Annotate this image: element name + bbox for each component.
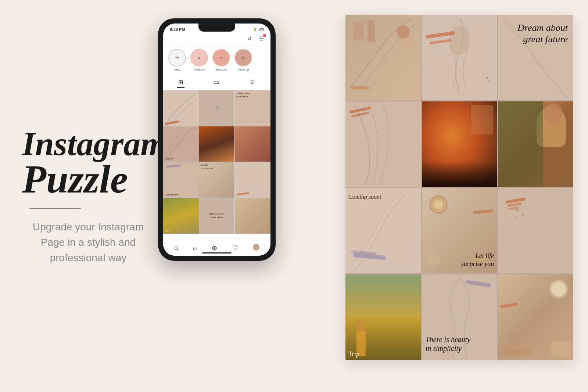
nav-search-icon[interactable]: ⌕ [193,244,197,252]
story-label-products: Products [193,68,205,71]
story-label-makeup: Make-up [237,68,249,71]
phone-mockup: 9:38 PM 🔋 100 ↺ ☰ 1 + New [158,18,276,261]
puzzle-cell-r2c3 [498,101,573,187]
home-indicator [202,252,232,253]
left-section: Instagram Puzzle Upgrade your Instagram … [22,126,154,266]
status-time: 9:38 PM [170,27,185,32]
nav-home-icon[interactable]: ⌂ [174,244,178,252]
title-divider [29,208,81,209]
history-icon[interactable]: ↺ [245,35,254,43]
puzzle-cell-r1c3: Dream aboutgreat future [498,15,573,100]
post-cell-6 [235,126,270,162]
svg-point-4 [521,214,524,217]
puzzle-cell-r2c1 [345,101,421,187]
puzzle-cell-r3c2: Let lifesurprise you [422,188,497,274]
profile-tabs: ⊞ ▭ ☺ [163,75,270,90]
phone-notch [198,24,235,32]
puzzle-cell-r4c1: Trip [345,274,421,360]
post-cell-11: There is beautyin simplicity [199,198,235,234]
stories-row: + New ✿ Products ✂ Haircuts ⊞ Make-up [163,45,270,75]
puzzle-cell-r1c2 [422,15,497,100]
battery-icon: 🔋 [253,28,257,31]
story-circle-new: + [168,49,186,66]
battery-level: 100 [258,28,264,31]
story-new[interactable]: + New [168,49,186,71]
phone-screen: 9:38 PM 🔋 100 ↺ ☰ 1 + New [163,24,270,256]
post-cell-10: Trip [163,198,199,234]
tab-feed[interactable]: ▭ [212,77,220,88]
puzzle-cell-r3c1: Coming soon! [345,188,421,274]
menu-icon[interactable]: ☰ 1 [257,35,265,43]
svg-point-5 [514,215,517,217]
puzzle-grid: Dream aboutgreat future Coming soon! [345,15,573,360]
story-haircuts[interactable]: ✂ Haircuts [212,49,230,71]
story-circle-haircuts: ✂ [212,49,230,66]
post-cell-3: Dream aboutgreat future [235,90,270,126]
ig-header: ↺ ☰ 1 [163,33,270,45]
phone-frame: 9:38 PM 🔋 100 ↺ ☰ 1 + New [158,18,276,261]
puzzle-cell-r4c2: There is beautyin simplicity [422,274,497,360]
title-puzzle: Puzzle [22,160,154,198]
notification-badge: 1 [263,34,266,37]
story-makeup[interactable]: ⊞ Make-up [234,49,252,71]
post-cell-8: Let lifesurprise you [199,162,235,198]
story-circle-products: ✿ [190,49,208,66]
post-cell-5 [199,126,235,162]
post-cell-4: Love it [163,126,199,162]
nav-add-icon[interactable]: ⊕ [212,244,217,252]
post-cell-9 [235,162,270,198]
post-cell-7: Coming soon! [163,162,199,198]
puzzle-cell-r1c1 [345,15,421,100]
nav-profile-icon[interactable] [253,244,259,251]
post-cell-1 [163,90,199,126]
puzzle-cell-r3c3 [498,188,573,274]
posts-grid: Dream aboutgreat future Love it Coming s… [163,90,270,234]
story-products[interactable]: ✿ Products [190,49,208,71]
puzzle-cell-r2c2 [422,101,497,187]
story-label-new: New [174,68,180,71]
tab-tagged[interactable]: ☺ [248,77,257,88]
story-label-haircuts: Haircuts [216,68,226,71]
status-icons: 🔋 100 [253,28,264,31]
puzzle-cell-r4c3 [498,274,573,360]
subtitle-text: Upgrade your Instagram Page in a stylish… [22,219,154,266]
post-cell-12 [235,198,270,234]
nav-heart-icon[interactable]: ♡ [232,244,238,252]
post-cell-2 [199,90,235,126]
tab-grid[interactable]: ⊞ [177,77,184,88]
story-circle-makeup: ⊞ [234,49,252,66]
title-instagram: Instagram [22,126,154,160]
